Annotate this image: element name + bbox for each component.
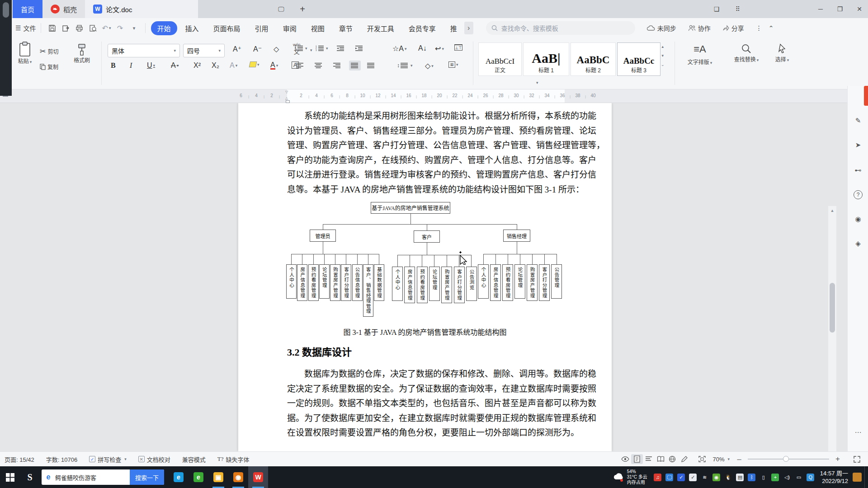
find-replace-button[interactable]: 查找替换▾	[727, 43, 766, 63]
menu-tab-会员专享[interactable]: 会员专享	[402, 21, 442, 35]
show-desktop-button[interactable]	[864, 466, 868, 488]
help-icon[interactable]: ?	[851, 188, 865, 202]
wifi-icon[interactable]: ≋	[699, 466, 711, 488]
increase-indent-icon[interactable]	[355, 45, 363, 52]
zoom-out-icon[interactable]: ─	[733, 454, 745, 464]
font-size-select[interactable]: 四号▾	[183, 44, 225, 57]
word-count[interactable]: 字数: 10706	[46, 455, 77, 464]
share-button[interactable]: 分享	[722, 23, 744, 33]
wrap-marks-icon[interactable]: ↩▾	[435, 44, 444, 53]
qq-icon[interactable]: 🐧	[722, 466, 734, 488]
edge-scroll-thumb[interactable]	[3, 2, 9, 18]
line-spacing-icon[interactable]: ↕▾	[397, 62, 413, 69]
scrollbar-thumb[interactable]	[830, 283, 835, 333]
sidebar-more-icon[interactable]: ⋯	[851, 426, 865, 439]
new-tab-button[interactable]: +	[295, 3, 310, 15]
italic-icon[interactable]: I	[130, 61, 132, 70]
music-app-icon[interactable]: ♫	[652, 466, 664, 488]
clear-format-icon[interactable]: ◇	[274, 45, 279, 53]
sync-status[interactable]: 未同步	[647, 23, 676, 33]
style-标题3[interactable]: AaBbCc标题 3	[617, 42, 660, 76]
bluetooth-icon[interactable]: ᛒ	[746, 466, 758, 488]
print-preview-icon[interactable]	[86, 22, 100, 34]
navigate-icon[interactable]: ◈	[851, 237, 865, 250]
typeset-button[interactable]: ≡A 文字排版▾	[683, 43, 717, 66]
security-shield-icon[interactable]: ✓	[675, 466, 687, 488]
zoom-slider[interactable]	[748, 459, 829, 460]
search-go-button[interactable]: 搜索一下	[130, 469, 164, 485]
format-painter-button[interactable]: 格式刷	[69, 43, 95, 64]
distribute-icon[interactable]	[367, 62, 375, 69]
superscript-icon[interactable]: X²	[193, 61, 201, 70]
edit-mode-icon[interactable]	[678, 454, 690, 464]
increase-font-icon[interactable]: A⁺	[233, 45, 241, 53]
missing-font-indicator[interactable]: T?缺失字体	[217, 455, 250, 464]
sogou-input-icon[interactable]: S	[20, 466, 40, 488]
edit-pen-icon[interactable]: ✎	[851, 114, 865, 127]
tab-home[interactable]: 首页	[13, 0, 42, 18]
menu-tab-推[interactable]: 推	[444, 21, 463, 35]
apps-grid-icon[interactable]: ⠿	[730, 3, 745, 15]
decrease-indent-icon[interactable]	[337, 45, 345, 52]
sort-icon[interactable]: A↓	[418, 44, 427, 52]
health-plus-icon[interactable]: +	[769, 466, 781, 488]
view-page-icon[interactable]	[631, 454, 643, 464]
close-button[interactable]: ✕	[852, 3, 867, 15]
minimize-button[interactable]: ─	[813, 3, 828, 15]
select-tool-icon[interactable]: ➤	[851, 138, 865, 152]
paste-button[interactable]: 粘贴▾	[15, 42, 35, 65]
strikethrough-icon[interactable]: A▾	[171, 61, 179, 70]
view-book-icon[interactable]	[655, 454, 666, 464]
undo-icon[interactable]: ↶▾	[100, 22, 113, 34]
vertical-scrollbar[interactable]: ▲ ⌃⌃ ⌃⌃ ▼	[828, 206, 836, 451]
document-area[interactable]: 系统的功能结构是采用树形图来绘制功能设计。根据分析所得，本系统的功能设计为管理员…	[0, 103, 868, 451]
tab-document[interactable]: W 论文.doc	[85, 0, 198, 18]
cut-button[interactable]: ✂剪切	[40, 47, 58, 56]
menu-tab-插入[interactable]: 插入	[179, 21, 205, 35]
browser-360-dock-button[interactable]: e	[189, 466, 208, 488]
redo-icon[interactable]: ↷	[113, 22, 127, 34]
document-page[interactable]: 系统的功能结构是采用树形图来绘制功能设计。根据分析所得，本系统的功能设计为管理员…	[238, 103, 612, 451]
text-effect-icon[interactable]: A▾	[230, 61, 237, 70]
zoom-level[interactable]: 70%▾	[712, 456, 730, 463]
eye-protect-icon[interactable]	[619, 454, 631, 464]
ribbon-expand-icon[interactable]: ▾	[536, 80, 538, 85]
borders-icon[interactable]: ⊞▾	[448, 61, 458, 68]
numbered-list-icon[interactable]: 123▾	[316, 45, 328, 52]
more-menu-icon[interactable]: ⋮	[756, 24, 762, 32]
panel-tag-icon[interactable]	[864, 86, 868, 106]
weather-memory-widget[interactable]: 54% 31°C 多云 内存占用	[613, 469, 647, 485]
volume-icon[interactable]: ◁)	[781, 466, 793, 488]
fit-page-icon[interactable]	[696, 454, 708, 464]
menu-tab-开发工具[interactable]: 开发工具	[361, 21, 401, 35]
zoom-slider-thumb[interactable]	[783, 456, 789, 462]
scroll-up-arrow[interactable]: ▲	[828, 206, 836, 215]
ie-dock-button[interactable]: e	[169, 466, 189, 488]
collapse-ribbon-icon[interactable]: ⌃	[769, 24, 774, 32]
qq-browser-icon[interactable]: Q	[805, 466, 816, 488]
export-icon[interactable]	[59, 22, 73, 34]
menu-tab-审阅[interactable]: 审阅	[277, 21, 303, 35]
maximize-button[interactable]: ❐	[832, 3, 848, 15]
text-effects-icon[interactable]: ☆A▾	[392, 44, 407, 53]
view-web-icon[interactable]	[666, 454, 678, 464]
highlight-color-icon[interactable]: ▾	[250, 61, 259, 67]
underline-icon[interactable]: U▾	[147, 61, 155, 70]
menu-tab-章节[interactable]: 章节	[333, 21, 359, 35]
compat-mode-indicator[interactable]: 兼容模式	[182, 455, 206, 464]
decrease-font-icon[interactable]: A⁻	[253, 45, 262, 53]
copy-button[interactable]: 复制	[40, 63, 58, 70]
align-center-icon[interactable]	[314, 62, 322, 69]
document-tray-icon[interactable]: ▤	[734, 466, 746, 488]
spark-dock-button[interactable]: ◉	[228, 466, 248, 488]
first-line-indent-marker[interactable]: ▽	[285, 90, 288, 94]
fullscreen-icon[interactable]	[851, 454, 863, 464]
shading-icon[interactable]: ◇▾	[425, 61, 434, 70]
select-button[interactable]: 选择▾	[769, 43, 796, 63]
file-menu-button[interactable]: ☰ 文件	[15, 23, 36, 33]
folder-dock-button[interactable]: ▣	[208, 466, 228, 488]
spellcheck-toggle[interactable]: ✓拼写检查▾	[89, 455, 127, 464]
style-正文[interactable]: AaBbCcI正文	[478, 42, 522, 76]
tv-app-icon[interactable]: 🖵	[664, 466, 675, 488]
style-标题2[interactable]: AaBbC标题 2	[571, 42, 616, 76]
